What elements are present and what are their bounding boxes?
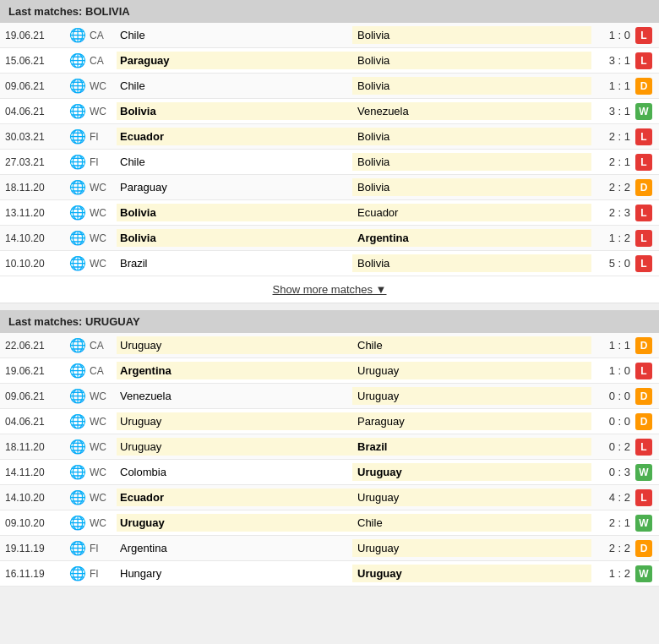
match-home: Uruguay xyxy=(117,514,352,532)
match-score: 1 : 1 xyxy=(595,79,630,92)
flag-icon: 🌐 xyxy=(69,413,86,429)
match-comp: WC xyxy=(90,492,117,504)
section-header-uruguay: Last matches: URUGUAY xyxy=(0,310,659,333)
match-row: 04.06.21 🌐 WC Bolivia Venezuela 3 : 1 W xyxy=(0,99,659,124)
match-home: Paraguay xyxy=(117,52,352,69)
match-result: D xyxy=(634,540,654,557)
match-date: 14.11.20 xyxy=(5,467,66,478)
match-score: 3 : 1 xyxy=(595,105,630,117)
match-flag: 🌐 xyxy=(66,439,90,455)
match-result: L xyxy=(634,27,654,44)
match-home: Chile xyxy=(117,77,352,95)
match-row: 19.11.19 🌐 FI Argentina Uruguay 2 : 2 D xyxy=(0,536,659,561)
result-badge-l: L xyxy=(635,154,652,171)
flag-icon: 🌐 xyxy=(69,388,86,404)
match-flag: 🌐 xyxy=(66,489,90,505)
match-result: W xyxy=(634,464,654,481)
match-comp: WC xyxy=(90,106,117,117)
match-date: 22.06.21 xyxy=(5,340,66,352)
match-away: Argentina xyxy=(352,229,591,247)
match-flag: 🌐 xyxy=(66,205,90,221)
result-badge-l: L xyxy=(635,128,652,145)
section-uruguay: Last matches: URUGUAY 22.06.21 🌐 CA Urug… xyxy=(0,310,659,587)
match-home: Argentina xyxy=(117,362,352,379)
match-score: 2 : 2 xyxy=(595,181,630,194)
match-away: Bolivia xyxy=(352,254,591,272)
match-home: Chile xyxy=(117,153,352,171)
flag-icon: 🌐 xyxy=(69,540,86,556)
flag-icon: 🌐 xyxy=(69,337,86,353)
flag-icon: 🌐 xyxy=(69,489,86,505)
match-comp: WC xyxy=(90,207,117,219)
match-flag: 🌐 xyxy=(66,255,90,271)
match-away: Uruguay xyxy=(352,387,591,405)
match-row: 14.10.20 🌐 WC Ecuador Uruguay 4 : 2 L xyxy=(0,485,659,510)
match-flag: 🌐 xyxy=(66,230,90,246)
match-flag: 🌐 xyxy=(66,27,90,43)
match-result: L xyxy=(634,255,654,272)
match-score: 0 : 3 xyxy=(595,466,630,478)
match-score: 1 : 2 xyxy=(595,232,630,244)
match-result: L xyxy=(634,128,654,145)
match-result: D xyxy=(634,337,654,354)
match-comp: WC xyxy=(90,467,117,478)
match-comp: FI xyxy=(90,543,117,554)
match-comp: WC xyxy=(90,182,117,194)
match-row: 15.06.21 🌐 CA Paraguay Bolivia 3 : 1 L xyxy=(0,48,659,74)
flag-icon: 🌐 xyxy=(69,230,86,246)
match-home: Uruguay xyxy=(117,438,352,456)
show-more-button[interactable]: Show more matches ▼ xyxy=(0,276,659,303)
match-row: 19.06.21 🌐 CA Argentina Uruguay 1 : 0 L xyxy=(0,358,659,384)
flag-icon: 🌐 xyxy=(69,565,86,581)
match-row: 04.06.21 🌐 WC Uruguay Paraguay 0 : 0 D xyxy=(0,409,659,434)
result-badge-l: L xyxy=(635,363,652,379)
match-date: 27.03.21 xyxy=(5,156,66,168)
match-flag: 🌐 xyxy=(66,52,90,68)
match-result: W xyxy=(634,565,654,582)
show-more-link[interactable]: Show more matches ▼ xyxy=(273,283,387,296)
match-score: 1 : 0 xyxy=(595,29,630,41)
result-badge-d: D xyxy=(635,337,652,354)
match-score: 1 : 2 xyxy=(595,567,630,580)
match-date: 09.10.20 xyxy=(5,517,66,529)
match-home: Uruguay xyxy=(117,336,352,354)
match-result: L xyxy=(634,205,654,221)
match-row: 30.03.21 🌐 FI Ecuador Bolivia 2 : 1 L xyxy=(0,124,659,150)
match-comp: WC xyxy=(90,258,117,270)
match-score: 0 : 0 xyxy=(595,390,630,402)
match-row: 09.06.21 🌐 WC Venezuela Uruguay 0 : 0 D xyxy=(0,384,659,409)
match-home: Ecuador xyxy=(117,128,352,145)
match-home: Venezuela xyxy=(117,387,352,405)
match-score: 0 : 2 xyxy=(595,440,630,453)
match-row: 13.11.20 🌐 WC Bolivia Ecuador 2 : 3 L xyxy=(0,200,659,226)
result-badge-l: L xyxy=(635,205,652,221)
match-home: Bolivia xyxy=(117,229,352,247)
match-score: 2 : 2 xyxy=(595,542,630,554)
match-result: L xyxy=(634,52,654,69)
match-flag: 🌐 xyxy=(66,388,90,404)
match-home: Chile xyxy=(117,26,352,44)
match-away: Bolivia xyxy=(352,77,591,95)
result-badge-d: D xyxy=(635,388,652,405)
match-flag: 🌐 xyxy=(66,413,90,429)
result-badge-l: L xyxy=(635,255,652,272)
match-away: Brazil xyxy=(352,438,591,456)
match-score: 5 : 0 xyxy=(595,257,630,270)
result-badge-l: L xyxy=(635,489,652,506)
result-badge-d: D xyxy=(635,179,652,196)
match-score: 0 : 0 xyxy=(595,415,630,428)
match-flag: 🌐 xyxy=(66,179,90,195)
result-badge-w: W xyxy=(635,565,652,582)
match-comp: WC xyxy=(90,232,117,244)
match-away: Ecuador xyxy=(352,204,591,221)
match-away: Bolivia xyxy=(352,26,591,44)
match-comp: WC xyxy=(90,517,117,529)
match-row: 27.03.21 🌐 FI Chile Bolivia 2 : 1 L xyxy=(0,150,659,175)
match-comp: FI xyxy=(90,156,117,168)
match-date: 19.06.21 xyxy=(5,30,66,41)
match-row: 18.11.20 🌐 WC Paraguay Bolivia 2 : 2 D xyxy=(0,175,659,200)
match-away: Uruguay xyxy=(352,488,591,506)
match-home: Colombia xyxy=(117,463,352,481)
match-away: Chile xyxy=(352,336,591,354)
match-comp: FI xyxy=(90,568,117,580)
